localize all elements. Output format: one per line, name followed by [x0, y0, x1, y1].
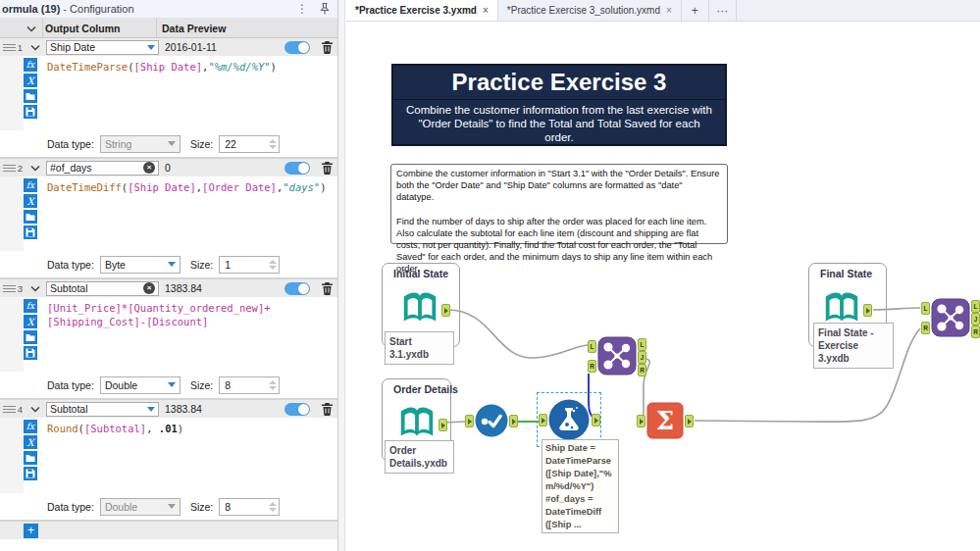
pin-icon[interactable] [318, 2, 332, 16]
row-drag-handle[interactable] [3, 165, 16, 172]
formula-expression-editor[interactable]: DateTimeParse([Ship Date],"%m/%d/%Y") [39, 56, 337, 130]
row-enabled-toggle[interactable] [284, 41, 310, 54]
open-expression-button[interactable] [24, 89, 37, 103]
formula-expression-editor[interactable]: DateTimeDiff([Ship Date],[Order Date],"d… [39, 176, 337, 251]
output-column-field[interactable]: Ship Date [46, 40, 159, 55]
chevron-down-icon[interactable] [25, 406, 46, 413]
size-input[interactable]: 8 [219, 376, 280, 394]
new-tab-button[interactable]: + [682, 0, 709, 21]
summarize-tool[interactable]: Σ [646, 402, 684, 439]
output-column-input[interactable] [50, 282, 143, 294]
open-expression-button[interactable] [24, 210, 37, 224]
output-column-field[interactable]: Subtotal [46, 402, 159, 417]
formula-annotation[interactable]: Ship Date = DateTimeParse ([Ship Date],"… [542, 439, 619, 533]
tool-caption[interactable]: Order Details.yxdb [385, 440, 454, 474]
clear-icon[interactable]: × [143, 282, 155, 294]
chevron-down-icon[interactable] [147, 407, 155, 412]
input-anchor[interactable] [465, 415, 474, 427]
wire-finalstate-to-join2[interactable] [873, 308, 920, 310]
select-tool[interactable] [475, 404, 508, 437]
row-drag-handle[interactable] [3, 44, 16, 51]
output-column-input[interactable] [50, 162, 143, 174]
data-type-dropdown[interactable]: Byte [100, 256, 181, 274]
trash-icon[interactable] [316, 40, 337, 54]
trash-icon[interactable] [316, 402, 337, 416]
join-join-output-anchor[interactable]: J [971, 313, 980, 326]
join-left-output-anchor[interactable]: L [971, 300, 980, 313]
output-anchor[interactable] [509, 415, 518, 427]
add-expression-button[interactable]: + [24, 524, 38, 538]
output-column-field[interactable]: × [46, 161, 159, 175]
chevron-down-icon[interactable] [20, 23, 42, 34]
chevron-down-icon[interactable] [25, 285, 46, 292]
output-anchor[interactable] [438, 419, 447, 431]
output-anchor[interactable] [685, 415, 694, 427]
data-type-dropdown[interactable]: String [100, 135, 181, 153]
output-anchor[interactable] [592, 414, 600, 426]
join-tool[interactable] [931, 298, 970, 337]
tab-practice-exercise-3-solution[interactable]: *Practice Exercise 3_solution.yxmd × [498, 0, 682, 21]
output-column-field[interactable]: × [46, 281, 159, 296]
input-data-tool-order-details[interactable] [396, 402, 438, 445]
formula-tool[interactable] [548, 399, 590, 440]
columns-button[interactable]: X [24, 194, 37, 208]
columns-button[interactable]: X [24, 435, 37, 449]
tab-practice-exercise-3[interactable]: *Practice Exercise 3.yxmd × [346, 0, 498, 21]
chevron-down-icon[interactable] [147, 45, 155, 50]
functions-button[interactable]: fx [24, 58, 37, 72]
formula-expression-editor[interactable]: Round([Subtotal], .01) [39, 418, 337, 493]
tool-caption[interactable]: Start 3.1.yxdb [385, 331, 454, 365]
chevron-down-icon[interactable] [25, 165, 46, 172]
join-left-input-anchor[interactable]: L [588, 340, 596, 353]
row-drag-handle[interactable] [3, 285, 16, 292]
kebab-menu-icon[interactable]: ⋮ [286, 2, 318, 16]
functions-button[interactable]: fx [24, 420, 37, 433]
clear-icon[interactable]: × [143, 162, 155, 174]
join-left-input-anchor[interactable]: L [921, 302, 930, 315]
save-expression-button[interactable] [24, 467, 37, 480]
output-anchor[interactable] [863, 304, 872, 317]
tab-overflow-button[interactable]: ··· [709, 0, 737, 21]
output-anchor[interactable] [441, 304, 450, 317]
join-right-output-anchor[interactable]: R [638, 364, 646, 376]
columns-button[interactable]: X [24, 315, 37, 328]
data-type-dropdown[interactable]: Double [100, 376, 181, 394]
row-drag-handle[interactable] [3, 406, 16, 413]
row-enabled-toggle[interactable] [284, 282, 310, 295]
row-enabled-toggle[interactable] [284, 403, 310, 416]
trash-icon[interactable] [316, 161, 337, 175]
formula-expression-editor[interactable]: [Unit_Price]*[Quantity_ordered_new]+[Shi… [39, 297, 337, 372]
columns-button[interactable]: X [24, 74, 37, 87]
save-expression-button[interactable] [24, 225, 37, 239]
save-expression-button[interactable] [24, 346, 37, 360]
row-enabled-toggle[interactable] [284, 162, 310, 175]
join-right-input-anchor[interactable]: R [588, 360, 596, 373]
formula-configuration-panel: ormula (19) - Configuration ⋮ Output Col… [0, 0, 338, 551]
close-icon[interactable]: × [483, 5, 489, 16]
join-left-output-anchor[interactable]: L [638, 338, 646, 351]
input-anchor[interactable] [539, 414, 547, 426]
join-right-input-anchor[interactable]: R [921, 322, 930, 334]
chevron-down-icon[interactable] [25, 44, 46, 51]
workflow-canvas[interactable]: Practice Exercise 3 Combine the customer… [346, 22, 980, 551]
join-tool[interactable] [597, 336, 637, 376]
size-input[interactable]: 22 [219, 135, 280, 153]
functions-button[interactable]: fx [24, 299, 37, 313]
size-input[interactable]: 1 [219, 256, 280, 274]
wire-start-to-join[interactable] [447, 310, 588, 358]
close-icon[interactable]: × [666, 5, 672, 16]
data-type-dropdown[interactable]: Double [100, 498, 181, 516]
panel-scrollbar-gutter[interactable] [338, 0, 345, 551]
input-data-tool-final-state[interactable] [821, 287, 862, 330]
join-join-output-anchor[interactable]: J [638, 351, 646, 364]
size-input[interactable]: 8 [219, 498, 280, 516]
functions-button[interactable]: fx [24, 178, 37, 192]
row-gutter [0, 56, 24, 130]
save-expression-button[interactable] [24, 105, 37, 119]
join-right-output-anchor[interactable]: R [971, 326, 980, 338]
input-data-tool-start[interactable] [399, 287, 440, 330]
open-expression-button[interactable] [24, 451, 37, 465]
trash-icon[interactable] [316, 281, 337, 295]
open-expression-button[interactable] [24, 330, 37, 344]
input-anchor[interactable] [637, 415, 645, 427]
